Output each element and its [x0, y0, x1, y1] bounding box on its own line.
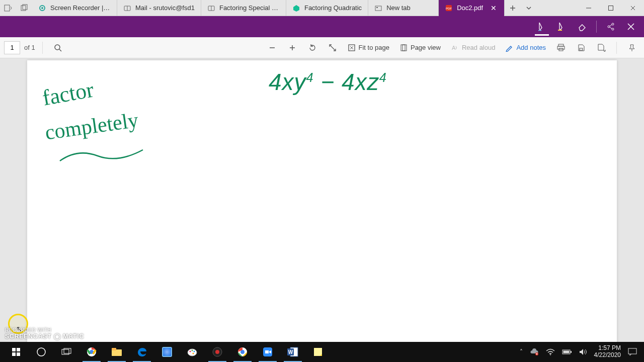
- pen-tool-button[interactable]: [533, 18, 551, 36]
- svg-rect-60: [571, 351, 572, 353]
- svg-point-49: [215, 350, 219, 354]
- print-button[interactable]: [553, 40, 569, 56]
- zoom-out-button[interactable]: [264, 40, 280, 56]
- svg-rect-42: [112, 348, 116, 350]
- svg-rect-61: [563, 351, 569, 353]
- cortana-button[interactable]: [29, 342, 53, 362]
- highlighter-tool-button[interactable]: [553, 18, 571, 36]
- annot-separator: [596, 21, 597, 33]
- tray-battery-icon[interactable]: [562, 349, 572, 355]
- taskbar-chrome[interactable]: [79, 342, 104, 362]
- svg-rect-28: [557, 46, 565, 49]
- tray-volume-icon[interactable]: [579, 348, 587, 355]
- expr-mid: − 4xz: [314, 69, 379, 95]
- taskbar-paint[interactable]: [180, 342, 204, 362]
- add-notes-button[interactable]: Add notes: [502, 40, 549, 56]
- watermark-line1: RECORDED WITH: [5, 327, 84, 333]
- svg-text:W: W: [288, 349, 293, 355]
- tab-mail[interactable]: Mail - srutovic@fsd1: [117, 0, 201, 16]
- tab-doc2-pdf[interactable]: PDF Doc2.pdf ✕: [439, 0, 505, 16]
- taskbar-chrome-2[interactable]: [230, 342, 255, 362]
- tab-factoring-quadratic[interactable]: Factoring Quadratic: [286, 0, 368, 16]
- reading-icon: [207, 4, 215, 12]
- toolbar-divider: [42, 42, 43, 54]
- window-close-button[interactable]: [622, 0, 644, 16]
- svg-marker-9: [293, 5, 299, 12]
- svg-point-47: [193, 353, 194, 354]
- annotation-close-button[interactable]: [622, 18, 640, 36]
- recorder-watermark: RECORDED WITH SCREENCAST ◯ MATIC: [5, 327, 84, 340]
- ink-word-completely: completely: [44, 109, 140, 143]
- svg-rect-27: [558, 44, 564, 46]
- svg-point-4: [41, 7, 43, 9]
- pdf-icon: PDF: [445, 4, 453, 12]
- close-icon[interactable]: ✕: [489, 4, 498, 12]
- tab-bar: Screen Recorder | Sc Mail - srutovic@fsd…: [0, 0, 644, 16]
- toolbar-divider: [616, 42, 617, 54]
- taskbar-edge[interactable]: [130, 342, 154, 362]
- ink-word-factor: factor: [41, 78, 96, 109]
- tab-new-tab[interactable]: New tab: [368, 0, 439, 16]
- rotate-button[interactable]: [304, 40, 320, 56]
- svg-text:A: A: [452, 45, 456, 51]
- svg-point-45: [192, 350, 193, 351]
- tray-action-center-icon[interactable]: [628, 348, 637, 356]
- tab-label: Doc2.pdf: [457, 4, 483, 12]
- tray-overflow-button[interactable]: ˄: [520, 348, 523, 355]
- read-aloud-label: Read aloud: [462, 44, 496, 51]
- tab-label: New tab: [386, 4, 411, 12]
- start-button[interactable]: [4, 342, 28, 362]
- save-as-button[interactable]: [593, 40, 609, 56]
- svg-rect-24: [401, 45, 405, 51]
- taskbar: W ˄ 1:57 PM 4/22/2020: [0, 342, 644, 362]
- reading-icon: [123, 4, 131, 12]
- save-button[interactable]: [573, 40, 589, 56]
- svg-line-21: [59, 49, 61, 51]
- tab-overflow-button[interactable]: [521, 0, 537, 16]
- page-number-input[interactable]: [4, 41, 20, 54]
- taskbar-zoom[interactable]: [256, 342, 280, 362]
- share-button[interactable]: [602, 18, 620, 36]
- zoom-in-button[interactable]: [284, 40, 300, 56]
- page-total-label: of 1: [24, 44, 35, 51]
- page-view-button[interactable]: Page view: [396, 40, 444, 56]
- fit-to-page-button[interactable]: Fit to page: [345, 40, 392, 56]
- svg-point-36: [37, 348, 45, 356]
- fullscreen-button[interactable]: [325, 40, 341, 56]
- window-minimize-button[interactable]: [578, 0, 600, 16]
- svg-rect-33: [17, 348, 20, 351]
- expr-part1: 4xy: [269, 69, 306, 95]
- window-maximize-button[interactable]: [600, 0, 622, 16]
- page-view-label: Page view: [411, 44, 441, 51]
- pin-toolbar-button[interactable]: [624, 40, 640, 56]
- find-button[interactable]: [50, 40, 66, 56]
- tab-label: Mail - srutovic@fsd1: [135, 4, 195, 12]
- taskbar-file-explorer[interactable]: [105, 342, 129, 362]
- tab-aside-icon[interactable]: [0, 0, 16, 16]
- tray-clock[interactable]: 1:57 PM 4/22/2020: [594, 345, 621, 359]
- tab-label: Screen Recorder | Sc: [50, 4, 111, 12]
- taskbar-word[interactable]: W: [281, 342, 305, 362]
- system-tray: ˄ 1:57 PM 4/22/2020: [520, 345, 640, 359]
- taskbar-screencast[interactable]: [205, 342, 229, 362]
- expr-sup1: 4: [306, 70, 314, 84]
- svg-rect-11: [376, 7, 378, 8]
- tray-wifi-icon[interactable]: [546, 348, 555, 355]
- svg-rect-16: [558, 30, 562, 31]
- tab-factoring-special[interactable]: Factoring Special Cas: [201, 0, 286, 16]
- svg-rect-35: [17, 352, 20, 356]
- pdf-viewer[interactable]: factor completely 4xy4 − 4xz4: [0, 58, 644, 342]
- svg-rect-56: [314, 348, 322, 356]
- svg-point-44: [190, 351, 191, 352]
- tabs-set-aside-icon[interactable]: [16, 0, 32, 16]
- add-notes-label: Add notes: [516, 44, 546, 51]
- tab-screen-recorder[interactable]: Screen Recorder | Sc: [32, 0, 117, 16]
- new-tab-button[interactable]: [505, 0, 521, 16]
- taskbar-sticky-notes[interactable]: [306, 342, 330, 362]
- svg-point-18: [612, 23, 614, 25]
- taskbar-app-generic1[interactable]: [155, 342, 179, 362]
- tray-onedrive-icon[interactable]: [530, 348, 539, 355]
- eraser-tool-button[interactable]: [573, 18, 591, 36]
- task-view-button[interactable]: [54, 342, 78, 362]
- svg-rect-10: [375, 6, 381, 11]
